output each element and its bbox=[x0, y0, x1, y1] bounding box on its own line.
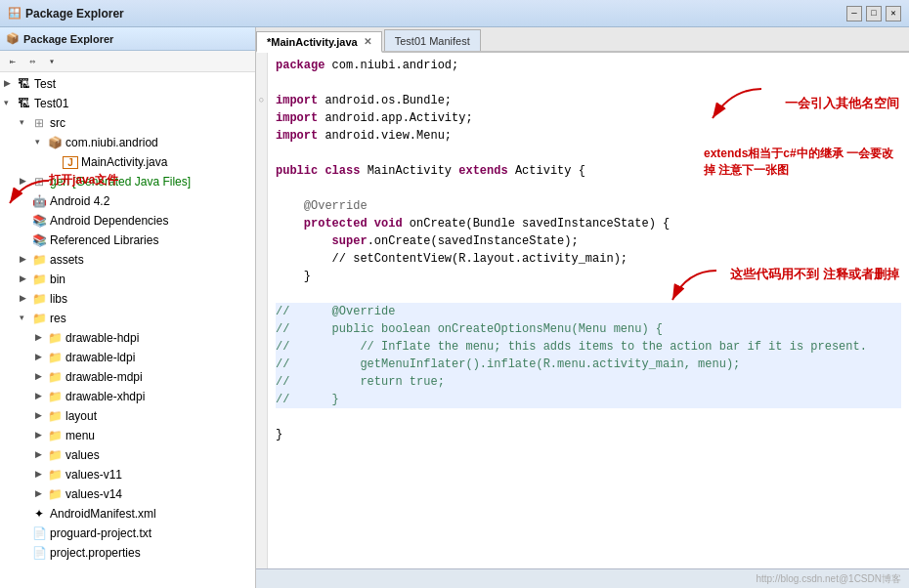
close-icon[interactable]: ✕ bbox=[364, 36, 371, 47]
gutter-mark bbox=[256, 180, 267, 197]
panel-header: 📦 Package Explorer bbox=[0, 27, 255, 51]
gutter-mark bbox=[256, 268, 267, 285]
tree-item[interactable]: ▶📁layout bbox=[0, 406, 255, 426]
link-editor-button[interactable]: ⇔ bbox=[23, 53, 41, 70]
view-menu-button[interactable]: ▾ bbox=[43, 53, 61, 70]
tree-item[interactable]: ▶📁assets bbox=[0, 250, 255, 270]
tree-arrow: ▶ bbox=[35, 391, 45, 402]
gutter-mark bbox=[256, 320, 267, 338]
tree-item[interactable]: ✦AndroidManifest.xml bbox=[0, 504, 255, 524]
tree-item[interactable]: ▶📁libs bbox=[0, 289, 255, 309]
window-icon: 🪟 bbox=[8, 7, 22, 20]
tree-label: drawable-ldpi bbox=[65, 351, 135, 364]
tree-item[interactable]: ▶📁bin bbox=[0, 270, 255, 289]
tree-icon-gen: ⊞ bbox=[31, 175, 47, 189]
gutter-mark bbox=[256, 338, 267, 356]
tree-item[interactable]: ▶📁drawable-hdpi bbox=[0, 328, 255, 348]
code-wrapper[interactable]: package com.niubi.andriod; import androi… bbox=[268, 53, 909, 568]
tree-item[interactable]: ▾🏗Test01 bbox=[0, 94, 255, 113]
maximize-button[interactable]: □ bbox=[866, 6, 882, 21]
tree-item[interactable]: JMainActivity.java bbox=[0, 152, 255, 172]
tree-label: MainActivity.java bbox=[81, 155, 167, 169]
tree-item[interactable]: ▶📁values-v11 bbox=[0, 465, 255, 484]
tree-item[interactable]: ▶📁drawable-ldpi bbox=[0, 348, 255, 367]
gutter-mark: ○ bbox=[256, 92, 267, 109]
tree-label: assets bbox=[50, 253, 84, 267]
code-line: } bbox=[276, 268, 901, 285]
tree-item[interactable]: 🤖Android 4.2 bbox=[0, 191, 255, 211]
tree-icon-folder: 📁 bbox=[47, 370, 63, 384]
tree-icon-project: 🏗 bbox=[16, 97, 31, 110]
tree-arrow: ▾ bbox=[35, 137, 45, 148]
tree-icon-folder: 📁 bbox=[47, 351, 63, 364]
gutter-mark bbox=[256, 373, 267, 391]
tree-label: src bbox=[50, 116, 65, 130]
tree-item[interactable]: ▶📁values-v14 bbox=[0, 484, 255, 504]
status-bar: http://blog.csdn.net@1CSDN博客 bbox=[256, 568, 909, 588]
tree-item[interactable]: ▶🏗Test bbox=[0, 74, 255, 94]
tree-icon-lib: 📚 bbox=[31, 233, 47, 247]
tree-label: Referenced Libraries bbox=[50, 233, 158, 247]
gutter-mark bbox=[256, 197, 267, 215]
tree-label: gen [Generated Java Files] bbox=[50, 175, 191, 189]
tree-item[interactable]: 📚Android Dependencies bbox=[0, 211, 255, 231]
tree-arrow: ▶ bbox=[20, 293, 29, 305]
tree-arrow: ▾ bbox=[4, 98, 14, 109]
gutter-mark bbox=[256, 408, 267, 426]
tree-arrow bbox=[20, 527, 29, 539]
tree-item[interactable]: 📄proguard-project.txt bbox=[0, 524, 255, 543]
collapse-all-button[interactable]: ⇤ bbox=[4, 53, 22, 70]
tree-icon-folder: 📁 bbox=[47, 331, 63, 345]
tree-icon-folder: 📁 bbox=[31, 312, 47, 325]
tree-label: drawable-xhdpi bbox=[65, 390, 145, 403]
tree-label: proguard-project.txt bbox=[50, 526, 152, 540]
tree-item[interactable]: ▾📁res bbox=[0, 309, 255, 328]
code-line: @Override bbox=[276, 197, 901, 215]
tree-arrow: ▶ bbox=[35, 449, 45, 461]
tree-arrow bbox=[20, 195, 29, 207]
tree-arrow: ▶ bbox=[35, 410, 45, 422]
code-line bbox=[276, 285, 901, 303]
tree-item[interactable]: ▶📁drawable-xhdpi bbox=[0, 387, 255, 406]
gutter-mark bbox=[256, 145, 267, 162]
tree-arrow: ▶ bbox=[35, 469, 45, 481]
status-url: http://blog.csdn.net@1CSDN博客 bbox=[756, 572, 901, 586]
tree-icon-package: 📦 bbox=[47, 136, 63, 149]
code-line bbox=[276, 74, 901, 92]
gutter-mark bbox=[256, 285, 267, 303]
tree-item[interactable]: ▾⊞src bbox=[0, 113, 255, 133]
gutter-mark bbox=[256, 303, 267, 320]
tree-item[interactable]: ▶📁drawable-mdpi bbox=[0, 367, 255, 387]
tab-label: Test01 Manifest bbox=[395, 35, 470, 47]
tree-label: res bbox=[50, 312, 66, 325]
tree-item[interactable]: ▶📁menu bbox=[0, 426, 255, 445]
tree-item[interactable]: 📚Referenced Libraries bbox=[0, 231, 255, 250]
tree-icon-folder: 📁 bbox=[47, 487, 63, 501]
window-controls: ─ □ ✕ bbox=[846, 6, 901, 21]
code-line: // @Override bbox=[276, 303, 901, 320]
tree-icon-folder: 📁 bbox=[47, 429, 63, 442]
tab-mainactivity[interactable]: *MainActivity.java ✕ bbox=[256, 31, 382, 53]
code-line: } bbox=[276, 426, 901, 443]
tree-label: project.properties bbox=[50, 546, 141, 560]
code-line bbox=[276, 180, 901, 197]
code-line: super.onCreate(savedInstanceState); bbox=[276, 232, 901, 250]
tree-item[interactable]: ▶⊞gen [Generated Java Files] bbox=[0, 172, 255, 191]
tree-item[interactable]: ▶📁values bbox=[0, 445, 255, 465]
minimize-button[interactable]: ─ bbox=[846, 6, 862, 21]
package-explorer-panel: 📦 Package Explorer ⇤ ⇔ ▾ ▶🏗Test▾🏗Test01▾… bbox=[0, 27, 256, 588]
tree-label: com.niubi.andriod bbox=[65, 136, 158, 149]
gutter-mark bbox=[256, 57, 267, 74]
tree-label: drawable-mdpi bbox=[65, 370, 143, 384]
panel-icon: 📦 bbox=[6, 32, 20, 45]
tree-icon-project: 🏗 bbox=[16, 77, 31, 91]
tab-manifest[interactable]: Test01 Manifest bbox=[384, 29, 481, 51]
close-button[interactable]: ✕ bbox=[886, 6, 901, 21]
gutter-mark bbox=[256, 391, 267, 408]
tree-view: ▶🏗Test▾🏗Test01▾⊞src▾📦com.niubi.andriod J… bbox=[0, 72, 255, 588]
tree-icon-folder: 📁 bbox=[31, 273, 47, 286]
tree-item[interactable]: 📄project.properties bbox=[0, 543, 255, 563]
code-line: package com.niubi.andriod; bbox=[276, 57, 901, 74]
tree-item[interactable]: ▾📦com.niubi.andriod bbox=[0, 133, 255, 152]
gutter-mark bbox=[256, 162, 267, 180]
